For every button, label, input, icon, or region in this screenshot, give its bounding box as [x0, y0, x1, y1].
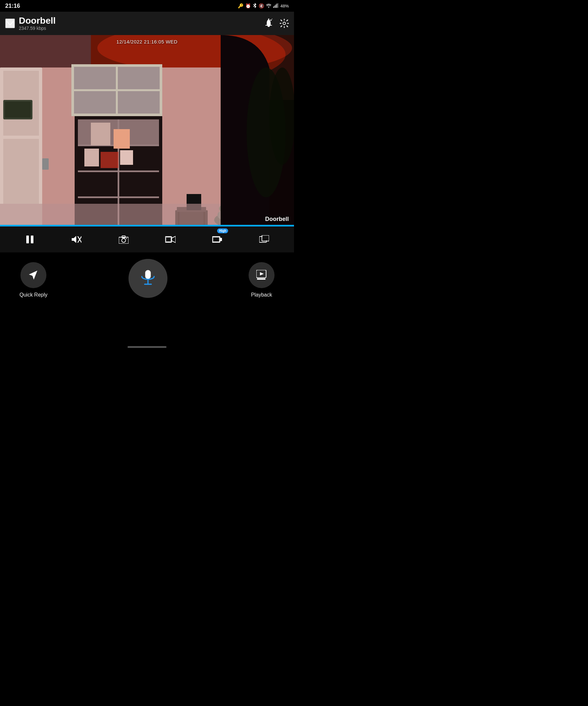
svg-rect-46	[26, 236, 29, 243]
mute-speaker-button[interactable]	[67, 230, 86, 249]
svg-rect-63	[145, 270, 151, 279]
svg-point-53	[126, 238, 127, 239]
quick-reply-label: Quick Reply	[19, 292, 47, 298]
svg-rect-4	[276, 4, 277, 8]
svg-marker-67	[260, 272, 264, 275]
svg-rect-28	[114, 129, 130, 149]
svg-rect-62	[263, 236, 268, 240]
back-chevron-button[interactable]	[5, 18, 15, 28]
quick-reply-item[interactable]: Quick Reply	[19, 262, 47, 298]
battery-text: 48%	[280, 4, 289, 8]
svg-rect-68	[257, 278, 266, 280]
quick-reply-button[interactable]	[21, 262, 46, 288]
camera-name-label: Doorbell	[265, 216, 289, 223]
svg-rect-42	[42, 158, 49, 170]
svg-rect-29	[84, 149, 99, 166]
microphone-item[interactable]	[128, 262, 167, 298]
playback-label: Playback	[251, 292, 272, 298]
alert-bell-button[interactable]	[264, 18, 273, 28]
header-left: Doorbell 2347.59 kbps	[5, 16, 56, 31]
camera-progress-bar	[0, 225, 294, 227]
playback-button[interactable]	[248, 262, 275, 288]
camera-background	[0, 35, 294, 227]
high-quality-badge: High	[217, 228, 228, 233]
playback-item[interactable]: Playback	[248, 262, 275, 298]
alarm-icon: ⏰	[245, 3, 251, 8]
svg-rect-15	[3, 139, 39, 204]
svg-rect-59	[220, 238, 222, 241]
home-indicator	[127, 346, 166, 348]
header-title-group: Doorbell 2347.59 kbps	[19, 16, 56, 31]
camera-timestamp: 12/14/2022 21:16:05 WED	[117, 39, 178, 44]
signal-icon	[273, 3, 278, 9]
header-bar: Doorbell 2347.59 kbps	[0, 12, 294, 35]
camera-bitrate: 2347.59 kbps	[19, 26, 56, 31]
svg-rect-41	[5, 102, 31, 118]
key-icon: 🔑	[238, 3, 243, 8]
fullscreen-button[interactable]	[254, 230, 274, 249]
svg-rect-1	[273, 6, 274, 8]
controls-bar: High	[0, 227, 294, 252]
svg-rect-5	[278, 3, 278, 8]
record-button[interactable]	[161, 230, 180, 249]
snapshot-button[interactable]	[114, 230, 133, 249]
status-bar: 21:16 🔑 ⏰ 🔇	[0, 0, 294, 12]
svg-rect-58	[213, 237, 219, 242]
svg-rect-55	[166, 237, 171, 242]
svg-point-0	[268, 6, 269, 7]
svg-rect-31	[120, 150, 133, 165]
microphone-button[interactable]	[128, 259, 167, 298]
camera-feed: 12/14/2022 21:16:05 WED Doorbell	[0, 35, 294, 227]
svg-marker-56	[172, 236, 175, 243]
svg-rect-30	[101, 152, 118, 168]
quality-button[interactable]: High	[207, 230, 227, 249]
action-row: Quick Reply	[0, 262, 294, 298]
mute-icon: 🔇	[259, 3, 264, 8]
settings-gear-button[interactable]	[280, 19, 289, 28]
pause-button[interactable]	[20, 230, 40, 249]
svg-point-51	[122, 238, 126, 242]
svg-point-6	[283, 22, 285, 25]
svg-rect-3	[275, 5, 276, 8]
wifi-icon	[266, 3, 271, 9]
bluetooth-icon	[253, 3, 257, 9]
status-time: 21:16	[5, 3, 20, 9]
camera-title: Doorbell	[19, 16, 56, 26]
svg-rect-2	[274, 5, 275, 8]
svg-rect-27	[91, 123, 110, 145]
svg-rect-47	[31, 236, 33, 243]
svg-rect-45	[0, 204, 221, 227]
bottom-section: Quick Reply	[0, 252, 294, 353]
header-right	[264, 18, 289, 28]
status-icons: 🔑 ⏰ 🔇 48	[238, 3, 289, 9]
